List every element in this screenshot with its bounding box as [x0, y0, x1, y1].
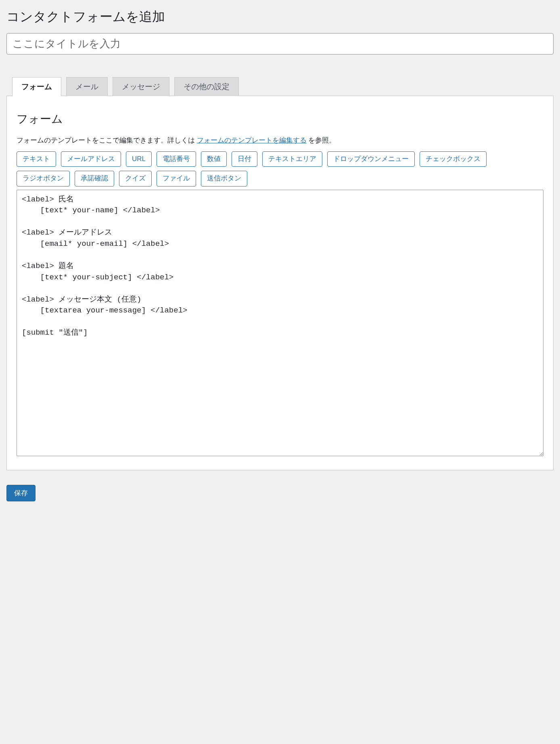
tag-dropdown-button[interactable]: ドロップダウンメニュー	[327, 151, 415, 167]
save-button[interactable]: 保存	[6, 485, 36, 501]
tag-email-button[interactable]: メールアドレス	[61, 151, 121, 167]
tag-textarea-button[interactable]: テキストエリア	[262, 151, 322, 167]
helper-suffix: を参照。	[308, 136, 336, 144]
tag-acceptance-button[interactable]: 承諾確認	[75, 171, 114, 186]
form-template-textarea[interactable]	[17, 190, 543, 456]
tag-checkbox-button[interactable]: チェックボックス	[420, 151, 487, 167]
title-input-wrap	[6, 33, 554, 54]
tag-date-button[interactable]: 日付	[232, 151, 257, 167]
tab-mail[interactable]: メール	[66, 77, 108, 96]
tag-file-button[interactable]: ファイル	[157, 171, 196, 186]
form-title-input[interactable]	[6, 33, 554, 54]
helper-prefix: フォームのテンプレートをここで編集できます。詳しくは	[17, 136, 195, 144]
panel-heading: フォーム	[17, 111, 543, 127]
tag-button-row: テキスト メールアドレス URL 電話番号 数値 日付 テキストエリア ドロップ…	[17, 151, 543, 187]
tag-quiz-button[interactable]: クイズ	[119, 171, 152, 186]
tab-form[interactable]: フォーム	[12, 77, 61, 96]
page-heading: コンタクトフォームを追加	[6, 8, 554, 26]
tag-number-button[interactable]: 数値	[201, 151, 227, 167]
tag-tel-button[interactable]: 電話番号	[157, 151, 196, 167]
tag-radio-button[interactable]: ラジオボタン	[17, 171, 70, 186]
tag-url-button[interactable]: URL	[126, 151, 152, 167]
tab-other-settings[interactable]: その他の設定	[174, 77, 239, 96]
tag-text-button[interactable]: テキスト	[17, 151, 56, 167]
tag-submit-button[interactable]: 送信ボタン	[201, 171, 247, 186]
helper-text: フォームのテンプレートをここで編集できます。詳しくは フォームのテンプレートを編…	[17, 136, 543, 145]
helper-link[interactable]: フォームのテンプレートを編集する	[197, 136, 307, 144]
form-panel: フォーム フォームのテンプレートをここで編集できます。詳しくは フォームのテンプ…	[6, 96, 554, 470]
tabs: フォーム メール メッセージ その他の設定	[12, 77, 554, 96]
tab-messages[interactable]: メッセージ	[113, 77, 169, 96]
